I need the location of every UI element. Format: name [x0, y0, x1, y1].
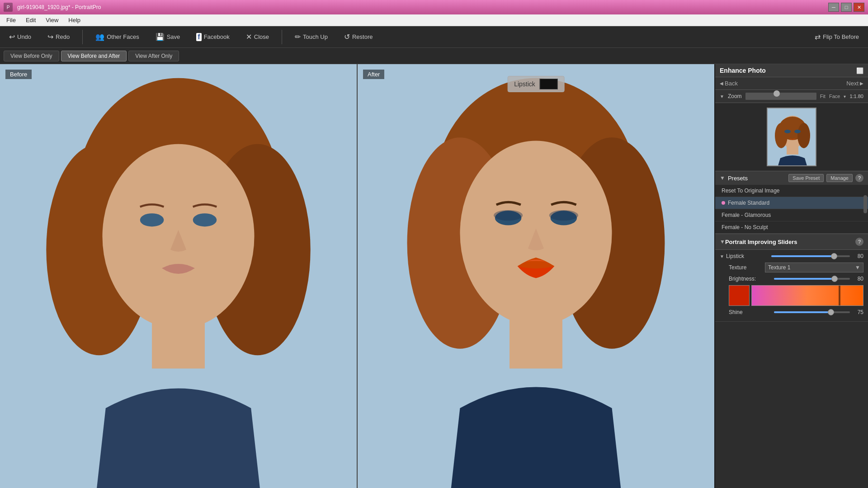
texture-select[interactable]: Texture 1 ▼ — [765, 263, 863, 272]
before-panel: Before — [0, 64, 357, 488]
lipstick-slider-section: ▼ Lipstick 80 Texture Texture 1 — [715, 250, 868, 322]
image-area: Before — [0, 64, 714, 488]
preset-item-female-standard[interactable]: Female Standard — [715, 197, 868, 209]
thumbnail-area — [715, 103, 868, 171]
zoom-arrow-icon: ▼ — [720, 94, 724, 99]
restore-button[interactable]: ↺ Restore — [340, 31, 377, 43]
brightness-slider-track-container[interactable] — [774, 275, 850, 282]
before-label: Before — [5, 70, 32, 79]
preset-item-no-sculpt[interactable]: Female - No Sculpt — [715, 221, 868, 234]
lipstick-overlay[interactable]: Lipstick — [507, 76, 565, 92]
maximize-button[interactable]: □ — [841, 3, 852, 12]
redo-icon: ↪ — [47, 33, 53, 41]
zoom-thumb[interactable] — [774, 90, 780, 97]
color-swatch[interactable] — [729, 285, 750, 306]
sliders-arrow-icon[interactable]: ▼ — [720, 239, 725, 245]
facebook-button[interactable]: f Facebook — [193, 31, 233, 43]
flip-icon: ⇄ — [815, 33, 821, 41]
next-arrow-icon: ▶ — [860, 81, 863, 86]
shine-slider-fill — [774, 311, 831, 313]
zoom-fit-button[interactable]: Fit — [820, 94, 826, 99]
people-icon: 👥 — [95, 33, 104, 41]
lipstick-slider-row: ▼ Lipstick 80 — [720, 253, 863, 260]
next-label: Next — [846, 80, 859, 87]
titlebar: P girl-919048_1920.jpg* - PortraitPro ─ … — [0, 0, 868, 14]
redo-button[interactable]: ↪ Redo — [44, 31, 73, 43]
menu-help[interactable]: Help — [64, 16, 85, 24]
preset-reset-label: Reset To Original Image — [722, 188, 780, 194]
preset-item-glamorous[interactable]: Female - Glamorous — [715, 209, 868, 221]
presets-section: ▼ Presets Save Preset Manage ? Reset To … — [715, 171, 868, 234]
presets-arrow-icon[interactable]: ▼ — [720, 175, 725, 181]
close-icon: ✕ — [246, 33, 252, 41]
shine-slider-row: Shine 75 — [720, 309, 863, 316]
after-panel: After Lipstick — [357, 64, 714, 488]
zoom-stepper-icon[interactable]: ▾ — [844, 94, 846, 99]
after-label: After — [363, 70, 384, 79]
scroll-indicator[interactable] — [863, 195, 867, 213]
back-button[interactable]: ◀ Back — [720, 80, 738, 87]
shine-slider-thumb[interactable] — [828, 309, 834, 315]
next-button[interactable]: Next ▶ — [846, 80, 863, 87]
zoom-slider[interactable] — [745, 93, 816, 100]
lipstick-color-swatch[interactable] — [540, 79, 558, 89]
presets-help-icon[interactable]: ? — [855, 174, 863, 182]
manage-preset-button[interactable]: Manage — [826, 174, 853, 182]
preset-female-standard-label: Female Standard — [728, 200, 769, 206]
expand-icon[interactable]: ⬜ — [856, 67, 863, 74]
minimize-button[interactable]: ─ — [828, 3, 839, 12]
lipstick-slider-thumb[interactable] — [831, 253, 837, 259]
lipstick-slider-track-container[interactable] — [771, 253, 850, 260]
other-faces-button[interactable]: 👥 Other Faces — [92, 31, 143, 43]
save-button[interactable]: 💾 Save — [152, 31, 184, 43]
svg-point-6 — [140, 213, 164, 226]
color-bar-row — [720, 285, 863, 306]
facebook-label: Facebook — [204, 33, 230, 40]
undo-button[interactable]: ↩ Undo — [5, 31, 35, 43]
menu-view[interactable]: View — [41, 16, 63, 24]
menubar: File Edit View Help — [0, 14, 868, 26]
sliders-header: ▼ Portrait Improving Sliders ? — [715, 234, 868, 250]
lipstick-slider-track — [771, 255, 850, 257]
preset-list: Reset To Original Image Female Standard … — [715, 185, 868, 234]
view-before-only-button[interactable]: View Before Only — [4, 51, 59, 61]
flip-label: Flip To Before — [823, 33, 859, 40]
brightness-slider-thumb[interactable] — [831, 276, 838, 282]
close-window-button[interactable]: ✕ — [854, 3, 864, 12]
svg-point-22 — [797, 123, 810, 148]
color-gradient-bar[interactable] — [751, 285, 863, 306]
sliders-help-icon[interactable]: ? — [855, 238, 863, 246]
redo-label: Redo — [56, 33, 70, 40]
shine-slider-track-container[interactable] — [774, 309, 850, 316]
menu-edit[interactable]: Edit — [21, 16, 40, 24]
svg-point-7 — [193, 213, 217, 226]
main-content: Before — [0, 64, 868, 488]
thumbnail-frame[interactable] — [767, 108, 816, 166]
enhance-header: Enhance Photo ⬜ — [715, 64, 868, 77]
toolbar: ↩ Undo ↪ Redo 👥 Other Faces 💾 Save f Fac… — [0, 26, 868, 48]
save-preset-button[interactable]: Save Preset — [788, 174, 824, 182]
sliders-section: ▼ Portrait Improving Sliders ? ▼ Lipstic… — [715, 234, 868, 488]
zoom-face-button[interactable]: Face — [829, 94, 840, 99]
close-button[interactable]: ✕ Close — [242, 31, 273, 43]
svg-point-17 — [549, 210, 578, 221]
view-after-only-button[interactable]: View After Only — [128, 51, 179, 61]
preset-active-dot — [722, 201, 725, 205]
zoom-row: ▼ Zoom Fit Face ▾ 1:1.80 — [715, 90, 868, 103]
flip-to-before-button[interactable]: ⇄ Flip To Before — [811, 31, 863, 43]
preset-no-sculpt-label: Female - No Sculpt — [722, 224, 768, 230]
texture-label: Texture — [720, 264, 765, 271]
brightness-slider-track — [774, 278, 850, 280]
view-before-and-after-button[interactable]: View Before and After — [61, 51, 127, 61]
undo-icon: ↩ — [9, 33, 15, 41]
after-face-image — [358, 64, 714, 488]
lipstick-badge-text: Lipstick — [514, 80, 535, 88]
lipstick-collapse-icon[interactable]: ▼ — [720, 254, 724, 259]
back-label: Back — [725, 80, 738, 87]
texture-value: Texture 1 — [768, 264, 790, 271]
menu-file[interactable]: File — [2, 16, 20, 24]
zoom-track — [745, 93, 816, 100]
touch-up-button[interactable]: ✏ Touch Up — [291, 31, 331, 43]
preset-item-reset[interactable]: Reset To Original Image — [715, 185, 868, 197]
shine-slider-track — [774, 311, 850, 313]
